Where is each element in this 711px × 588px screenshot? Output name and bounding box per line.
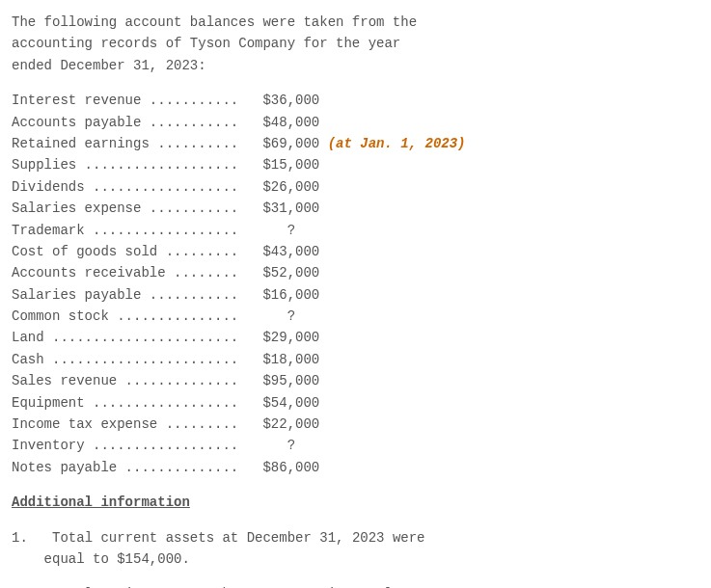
account-value: $36,000 (238, 93, 319, 108)
account-value: $69,000 (238, 136, 319, 151)
account-label: Cost of goods sold ......... (12, 244, 238, 259)
account-value: $31,000 (238, 200, 319, 216)
account-row: Dividends .................. $26,000 (12, 176, 699, 198)
info-1-text (36, 530, 52, 546)
info-1-number: 1. (12, 527, 28, 548)
account-row: Salaries payable ........... $16,000 (12, 284, 699, 306)
account-value: ? (238, 223, 295, 238)
account-value: $52,000 (238, 265, 319, 281)
account-row: Notes payable .............. $86,000 (12, 457, 699, 478)
account-label: Notes payable .............. (12, 460, 238, 475)
account-row: Accounts payable ........... $48,000 (12, 112, 699, 133)
account-row: Land ....................... $29,000 (12, 327, 699, 348)
account-value: $22,000 (238, 416, 319, 432)
info-item-2: 2. Total equity at December 31, 2023 is … (12, 583, 699, 588)
account-row: Supplies ................... $15,000 (12, 154, 699, 175)
account-row: Equipment .................. $54,000 (12, 392, 699, 414)
account-value: $43,000 (238, 244, 319, 259)
account-value: $29,000 (238, 330, 319, 345)
account-value: $48,000 (238, 115, 319, 130)
account-value: $26,000 (238, 179, 319, 195)
account-row: Common stock ............... ? (12, 306, 699, 327)
account-row: Sales revenue .............. $95,000 (12, 370, 699, 391)
account-row: Inventory .................. ? (12, 435, 699, 456)
account-label: Accounts payable ........... (12, 115, 238, 130)
account-value: $95,000 (238, 373, 319, 388)
account-label: Equipment .................. (12, 395, 238, 411)
account-value: $18,000 (238, 352, 319, 367)
account-label: Common stock ............... (12, 308, 238, 324)
account-label: Supplies ................... (12, 157, 238, 173)
account-row: Income tax expense ......... $22,000 (12, 414, 699, 435)
account-value: $16,000 (238, 287, 319, 303)
account-value: $54,000 (238, 395, 319, 411)
account-value: ? (238, 438, 295, 453)
account-label: Salaries expense ........... (12, 200, 238, 216)
info-2-number: 2. (12, 583, 28, 588)
account-note: (at Jan. 1, 2023) (319, 136, 465, 151)
account-value: $86,000 (238, 460, 319, 475)
account-label: Income tax expense ......... (12, 416, 238, 432)
account-row: Accounts receivable ........ $52,000 (12, 262, 699, 283)
info-item-1: 1. Total current assets at December 31, … (12, 527, 699, 571)
account-row: Retained earnings .......... $69,000 (at… (12, 133, 699, 154)
account-label: Dividends .................. (12, 179, 238, 195)
account-label: Accounts receivable ........ (12, 265, 238, 281)
account-label: Salaries payable ........... (12, 287, 238, 303)
account-row: Cost of goods sold ......... $43,000 (12, 241, 699, 262)
account-label: Cash ....................... (12, 352, 238, 367)
account-label: Land ....................... (12, 330, 238, 345)
account-label: Inventory .................. (12, 438, 238, 453)
account-label: Retained earnings .......... (12, 136, 238, 151)
info-1-body: Total current assets at December 31, 202… (12, 530, 425, 567)
account-row: Cash ....................... $18,000 (12, 349, 699, 370)
account-row: Trademark .................. ? (12, 220, 699, 241)
account-value: ? (238, 308, 295, 324)
account-value: $15,000 (238, 157, 319, 173)
additional-info-heading: Additional information (12, 492, 699, 513)
account-label: Trademark .................. (12, 223, 238, 238)
accounts-list: Interest revenue ........... $36,000Acco… (12, 90, 699, 478)
account-row: Interest revenue ........... $36,000 (12, 90, 699, 111)
account-label: Sales revenue .............. (12, 373, 238, 388)
account-label: Interest revenue ........... (12, 93, 238, 108)
account-row: Salaries expense ........... $31,000 (12, 198, 699, 219)
intro-text: The following account balances were take… (12, 12, 699, 76)
